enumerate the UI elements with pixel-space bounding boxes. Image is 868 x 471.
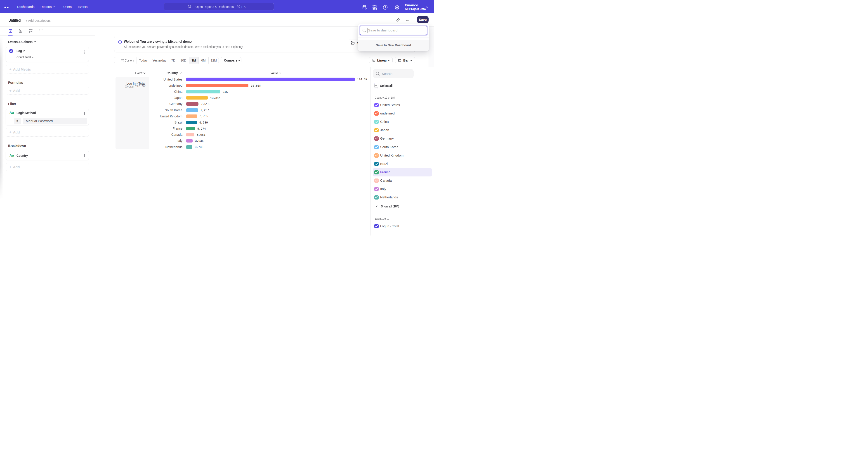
svg-text:?: ?	[384, 6, 386, 9]
